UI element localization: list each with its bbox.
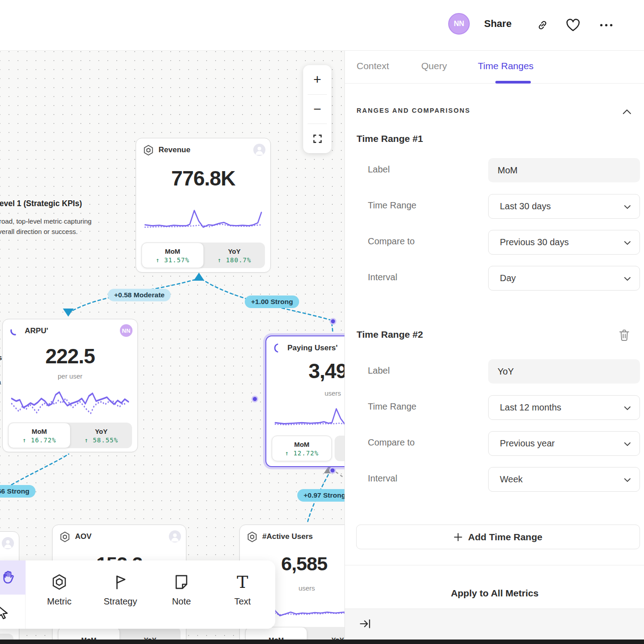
- loading-arc-icon: [273, 342, 283, 354]
- level-annotation-title: Level 1 (Strategic KPIs): [0, 199, 82, 208]
- mom-pill[interactable]: MoM: [245, 627, 307, 640]
- plus-icon: [454, 533, 463, 542]
- favorite-heart-icon[interactable]: [566, 18, 580, 32]
- add-strategy-button[interactable]: Strategy: [94, 560, 146, 629]
- copy-link-icon[interactable]: [535, 18, 550, 32]
- zoom-out-button[interactable]: −: [303, 95, 331, 124]
- time-range-select-tr2[interactable]: Last 12 months: [488, 395, 640, 420]
- metric-card-revenue[interactable]: Revenue 776.8K MoM ↑ 31.57% YoY ↑ 18: [136, 138, 271, 273]
- field-label: Time Range: [368, 200, 416, 211]
- mom-pill[interactable]: MoM ↑ 16.72%: [8, 423, 71, 448]
- metric-card-arpu[interactable]: ARPU' NN 222.5 per user MoM ↑ 16.72% YoY…: [2, 319, 138, 452]
- metric-unit: users: [266, 389, 344, 397]
- collapse-panel-icon[interactable]: [359, 618, 371, 631]
- owner-avatar-icon[interactable]: [169, 530, 181, 543]
- tool-label: Note: [172, 596, 191, 607]
- cursor-icon: [0, 604, 10, 619]
- yoy-pill[interactable]: YoY: [307, 627, 344, 640]
- card-header: #Active Users: [240, 525, 344, 548]
- time-range-toggle: MoM ↑ 31.57% YoY ↑ 180.7%: [141, 243, 265, 268]
- connection-handle[interactable]: [329, 467, 336, 474]
- clipped-text-fragment: a: [0, 378, 1, 386]
- delete-time-range-icon[interactable]: [618, 328, 631, 343]
- metric-hexagon-icon: [142, 144, 154, 156]
- more-menu-icon[interactable]: [599, 18, 613, 32]
- add-metric-button[interactable]: Metric: [33, 560, 85, 629]
- pill-label: MoM: [294, 441, 309, 448]
- mom-pill[interactable]: MoM: [58, 627, 120, 640]
- clipped-text-fragment: s: [0, 353, 2, 362]
- compare-to-select-tr2[interactable]: Previous year: [488, 431, 640, 456]
- card-title: Paying Users': [287, 344, 338, 353]
- interval-select-tr2[interactable]: Week: [488, 467, 640, 492]
- add-note-button[interactable]: Note: [155, 560, 207, 629]
- apply-to-all-metrics-button[interactable]: Apply to All Metrics: [345, 588, 644, 599]
- mom-pill[interactable]: MoM ↑ 31.57%: [141, 243, 204, 268]
- yoy-pill[interactable]: YoY ↑ 180.7%: [204, 243, 265, 268]
- panel-footer: [345, 609, 644, 640]
- card-title: Revenue: [159, 146, 190, 154]
- owner-avatar-icon[interactable]: [2, 537, 14, 549]
- hand-tool-button[interactable]: [0, 560, 26, 595]
- collaborator-badge: NN: [120, 324, 132, 337]
- metric-card-paying-users[interactable]: Paying Users' 3,49 users MoM ↑ 12.72%: [265, 335, 344, 467]
- divider: [345, 565, 644, 565]
- metric-tree-canvas[interactable]: Level 1 (Strategic KPIs) Broad, top-leve…: [0, 51, 344, 640]
- metric-value: 776.8K: [136, 166, 270, 190]
- settings-panel: Context Query Time Ranges RANGES AND COM…: [344, 51, 644, 640]
- yoy-pill[interactable]: [335, 436, 344, 461]
- time-range-select-tr1[interactable]: Last 30 days: [488, 194, 640, 219]
- chevron-down-icon: [624, 478, 631, 482]
- select-tool-button[interactable]: [0, 595, 26, 629]
- add-time-range-label: Add Time Range: [468, 532, 542, 543]
- user-avatar[interactable]: NN: [448, 13, 470, 35]
- zoom-in-button[interactable]: +: [303, 65, 331, 94]
- time-range-toggle: MoM ↑ 12.72%: [272, 436, 344, 461]
- level-annotation-line1: Broad, top-level metric capturing: [0, 217, 92, 225]
- text-icon: T: [237, 572, 248, 592]
- compare-to-select-tr1[interactable]: Previous 30 days: [488, 230, 640, 255]
- correlation-badge[interactable]: +1.00 Strong: [245, 296, 299, 308]
- field-label: Compare to: [368, 437, 415, 448]
- time-range-toggle: MoM YoY: [245, 627, 344, 640]
- select-value: Previous year: [500, 438, 555, 449]
- pill-value: ↑ 58.55%: [84, 437, 118, 444]
- share-button[interactable]: Share: [484, 18, 512, 30]
- collapse-section-icon[interactable]: [622, 108, 631, 116]
- input-value: YoY: [498, 366, 514, 377]
- panel-tabs: Context Query Time Ranges: [345, 51, 644, 84]
- field-label: Label: [368, 164, 390, 175]
- time-range-1-title: Time Range #1: [357, 133, 423, 144]
- tab-time-ranges[interactable]: Time Ranges: [478, 61, 534, 71]
- level-annotation-line2: overall direction or success.: [0, 228, 78, 235]
- correlation-badge[interactable]: +0.58 Moderate: [108, 289, 171, 301]
- correlation-badge[interactable]: 66 Strong: [0, 485, 35, 498]
- add-text-button[interactable]: T Text: [216, 560, 269, 629]
- interval-select-tr1[interactable]: Day: [488, 266, 640, 291]
- fit-view-button[interactable]: [303, 124, 331, 153]
- connection-handle[interactable]: [330, 318, 336, 325]
- tab-context[interactable]: Context: [357, 61, 389, 71]
- metric-value: 3,49: [266, 359, 344, 383]
- select-value: Previous 30 days: [500, 237, 569, 247]
- label-input-tr1[interactable]: MoM: [488, 158, 640, 182]
- correlation-badge[interactable]: +0.97 Strong: [297, 489, 344, 502]
- bottom-edge-bar: [0, 640, 644, 644]
- yoy-pill[interactable]: YoY ↑ 58.55%: [71, 423, 132, 448]
- loading-arc-icon: [9, 325, 21, 337]
- arrowhead-into-revenue: [194, 273, 204, 281]
- canvas-toolbar: Metric Strategy Note T Text: [0, 560, 275, 629]
- label-input-tr2[interactable]: YoY: [488, 359, 640, 384]
- tab-query[interactable]: Query: [421, 61, 447, 71]
- pill-label: YoY: [144, 636, 156, 640]
- connection-handle[interactable]: [251, 396, 258, 402]
- chevron-down-icon: [624, 406, 631, 410]
- yoy-pill[interactable]: YoY: [120, 627, 181, 640]
- owner-avatar-icon[interactable]: [253, 144, 265, 156]
- sparkline-chart: [9, 384, 131, 420]
- add-time-range-button[interactable]: Add Time Range: [356, 525, 640, 549]
- pill-label: YoY: [331, 636, 344, 640]
- card-title: AOV: [75, 532, 92, 541]
- mom-pill[interactable]: MoM ↑ 12.72%: [272, 436, 332, 461]
- section-header: RANGES AND COMPARISONS: [357, 107, 470, 114]
